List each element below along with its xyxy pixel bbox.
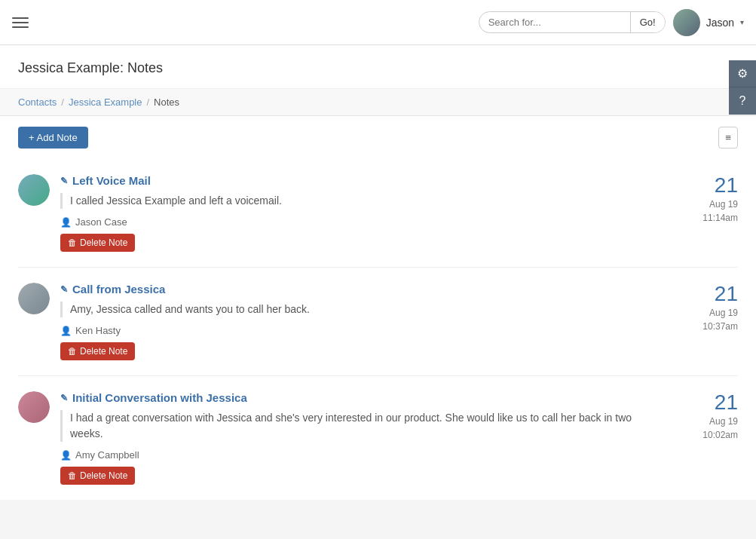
search-input[interactable] [479, 12, 630, 32]
note-title-text-1: Left Voice Mail [72, 174, 151, 187]
note-author-2: 👤 Ken Hasty [60, 325, 667, 336]
breadcrumb-jessica[interactable]: Jessica Example [69, 96, 142, 108]
note-title-text-3: Initial Conversation with Jessica [72, 391, 247, 404]
breadcrumb: Contacts / Jessica Example / Notes [0, 89, 756, 116]
note-body-1: ✎ Left Voice Mail I called Jessica Examp… [60, 174, 667, 252]
side-buttons: ⚙ ? [729, 60, 756, 115]
help-button[interactable]: ? [729, 87, 756, 115]
search-button[interactable]: Go! [630, 12, 665, 32]
avatar [673, 9, 700, 36]
note-author-1: 👤 Jason Case [60, 216, 667, 228]
author-name-1: Jason Case [75, 216, 127, 228]
list-view-icon: ≡ [725, 132, 731, 143]
note-title-text-2: Call from Jessica [72, 283, 165, 296]
person-icon-1: 👤 [60, 217, 72, 228]
breadcrumb-contacts[interactable]: Contacts [18, 96, 57, 108]
avatar-image [673, 9, 700, 36]
user-area[interactable]: Jason ▾ [673, 9, 744, 36]
note-text-3: I had a great conversation with Jessica … [60, 410, 667, 442]
note-day-3: 21 [678, 391, 738, 415]
edit-icon-2: ✎ [60, 284, 68, 295]
author-name-2: Ken Hasty [75, 325, 121, 336]
top-nav: Go! Jason ▾ [0, 0, 756, 45]
list-view-button[interactable]: ≡ [718, 127, 738, 149]
chevron-down-icon: ▾ [740, 18, 744, 26]
main-content: Jessica Example: Notes Contacts / Jessic… [0, 45, 756, 500]
note-text-1: I called Jessica Example and left a voic… [60, 193, 667, 209]
note-avatar-2 [18, 283, 50, 314]
note-date-3: 21 Aug 1910:02am [678, 391, 738, 442]
trash-icon-3: 🗑 [68, 470, 77, 481]
note-body-3: ✎ Initial Conversation with Jessica I ha… [60, 391, 667, 485]
note-month-2: Aug 1910:37am [678, 306, 738, 333]
nav-right: Go! Jason ▾ [479, 9, 744, 36]
person-icon-3: 👤 [60, 450, 72, 461]
delete-note-button-1[interactable]: 🗑 Delete Note [60, 234, 135, 252]
add-note-button[interactable]: + Add Note [18, 127, 88, 149]
edit-icon-3: ✎ [60, 393, 68, 403]
note-title-3: ✎ Initial Conversation with Jessica [60, 391, 667, 404]
note-item-2: ✎ Call from Jessica Amy, Jessica called … [18, 268, 738, 376]
note-body-2: ✎ Call from Jessica Amy, Jessica called … [60, 283, 667, 360]
breadcrumb-current: Notes [154, 96, 179, 108]
delete-note-button-3[interactable]: 🗑 Delete Note [60, 467, 135, 485]
trash-icon-1: 🗑 [68, 237, 77, 248]
note-avatar-3 [18, 391, 50, 423]
breadcrumb-sep-2: / [146, 96, 149, 108]
note-title-2: ✎ Call from Jessica [60, 283, 667, 296]
person-icon-2: 👤 [60, 326, 72, 336]
search-bar: Go! [479, 11, 666, 33]
avatar-image-ken [18, 283, 50, 314]
toolbar: + Add Note ≡ [0, 116, 756, 159]
note-item: ✎ Left Voice Mail I called Jessica Examp… [18, 159, 738, 268]
settings-button[interactable]: ⚙ [729, 60, 756, 87]
note-avatar-1 [18, 174, 50, 206]
note-date-2: 21 Aug 1910:37am [678, 283, 738, 333]
note-title-1: ✎ Left Voice Mail [60, 174, 667, 187]
breadcrumb-sep-1: / [61, 96, 64, 108]
note-date-1: 21 Aug 1911:14am [678, 174, 738, 225]
page-header: Jessica Example: Notes [0, 45, 756, 89]
note-text-2: Amy, Jessica called and wants you to cal… [60, 302, 667, 317]
note-author-3: 👤 Amy Campbell [60, 449, 667, 461]
delete-label-2: Delete Note [80, 346, 127, 357]
delete-label-1: Delete Note [80, 237, 127, 248]
author-name-3: Amy Campbell [75, 449, 139, 461]
note-day-2: 21 [678, 283, 738, 306]
user-name: Jason [706, 17, 734, 29]
note-day-1: 21 [678, 174, 738, 198]
delete-label-3: Delete Note [80, 470, 127, 481]
notes-list: ✎ Left Voice Mail I called Jessica Examp… [0, 159, 756, 500]
note-month-3: Aug 1910:02am [678, 415, 738, 442]
note-item-3: ✎ Initial Conversation with Jessica I ha… [18, 376, 738, 500]
hamburger-menu[interactable] [12, 17, 29, 28]
note-month-1: Aug 1911:14am [678, 198, 738, 225]
avatar-image-amy [18, 391, 50, 423]
trash-icon-2: 🗑 [68, 346, 77, 357]
page-title: Jessica Example: Notes [18, 60, 738, 76]
avatar-image-jason [18, 174, 50, 206]
edit-icon: ✎ [60, 176, 68, 186]
delete-note-button-2[interactable]: 🗑 Delete Note [60, 342, 135, 360]
